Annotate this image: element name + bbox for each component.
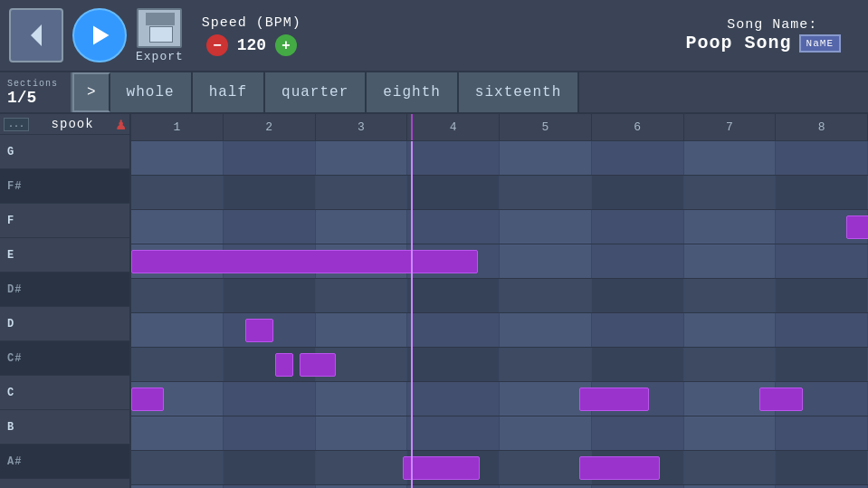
speed-increase-button[interactable]: + bbox=[275, 34, 297, 56]
grid-cell-Asharp-7[interactable] bbox=[684, 451, 777, 484]
grid-cell-G-5[interactable] bbox=[500, 141, 592, 175]
grid-cell-D-7[interactable] bbox=[684, 313, 777, 347]
piano-key-F[interactable]: F bbox=[0, 204, 129, 238]
grid-cell-Fsharp-7[interactable] bbox=[684, 176, 777, 209]
grid-cell-D-8[interactable] bbox=[776, 313, 868, 347]
grid-cell-Dsharp-6[interactable] bbox=[592, 279, 684, 312]
grid-cell-Fsharp-6[interactable] bbox=[592, 176, 684, 209]
piano-key-Csharp[interactable]: C# bbox=[0, 341, 129, 376]
grid-cell-G-2[interactable] bbox=[224, 141, 316, 175]
grid-cell-Fsharp-4[interactable] bbox=[407, 176, 500, 209]
grid-cell-G-7[interactable] bbox=[684, 141, 777, 175]
grid-cell-Fsharp-8[interactable] bbox=[776, 176, 868, 209]
grid-cell-Dsharp-5[interactable] bbox=[500, 279, 592, 312]
section-arrow-button[interactable]: > bbox=[72, 72, 110, 112]
export-button[interactable]: Export bbox=[136, 8, 184, 63]
grid-cell-G-4[interactable] bbox=[407, 141, 500, 175]
note-quarter-button[interactable]: quarter bbox=[265, 72, 367, 112]
grid-cell-Csharp-8[interactable] bbox=[776, 348, 868, 381]
speed-decrease-button[interactable]: − bbox=[206, 34, 228, 56]
grid-row-Asharp[interactable] bbox=[131, 451, 868, 485]
piano-key-A[interactable]: A bbox=[0, 479, 129, 488]
grid-row-Fsharp[interactable] bbox=[131, 176, 868, 210]
grid-cell-Asharp-1[interactable] bbox=[131, 451, 224, 484]
grid-cell-Csharp-6[interactable] bbox=[592, 348, 684, 381]
grid-cell-C-2[interactable] bbox=[224, 382, 316, 416]
note-half-button[interactable]: half bbox=[193, 72, 265, 112]
grid-cell-Csharp-4[interactable] bbox=[407, 348, 500, 381]
grid-cell-Csharp-5[interactable] bbox=[500, 348, 592, 381]
grid-cell-F-5[interactable] bbox=[500, 210, 592, 244]
grid-row-F[interactable] bbox=[131, 210, 868, 244]
grid-cell-C-4[interactable] bbox=[407, 382, 500, 416]
grid-cell-B-6[interactable] bbox=[592, 416, 684, 450]
note-whole-button[interactable]: whole bbox=[110, 72, 193, 112]
grid-cell-F-6[interactable] bbox=[592, 210, 684, 244]
grid-rows[interactable] bbox=[131, 141, 868, 488]
grid-cell-E-6[interactable] bbox=[592, 244, 684, 278]
grid-cell-Dsharp-4[interactable] bbox=[407, 279, 500, 312]
grid-cell-B-3[interactable] bbox=[316, 416, 408, 450]
grid-cell-B-7[interactable] bbox=[684, 416, 777, 450]
back-button[interactable] bbox=[9, 8, 63, 62]
grid-cell-G-8[interactable] bbox=[776, 141, 868, 175]
grid-cell-F-2[interactable] bbox=[224, 210, 316, 244]
grid-cell-Asharp-3[interactable] bbox=[316, 451, 408, 484]
grid-cell-B-4[interactable] bbox=[407, 416, 500, 450]
grid-cell-D-6[interactable] bbox=[592, 313, 684, 347]
grid-row-Dsharp[interactable] bbox=[131, 279, 868, 313]
note-block-0[interactable] bbox=[131, 250, 478, 273]
grid-cell-B-5[interactable] bbox=[500, 416, 592, 450]
grid-cell-Fsharp-5[interactable] bbox=[500, 176, 592, 209]
rename-button[interactable]: NaME bbox=[799, 34, 841, 53]
grid-cell-F-3[interactable] bbox=[316, 210, 408, 244]
piano-key-C[interactable]: C bbox=[0, 376, 129, 410]
piano-key-B[interactable]: B bbox=[0, 410, 129, 445]
note-block-7[interactable] bbox=[759, 388, 804, 411]
grid-cell-Dsharp-2[interactable] bbox=[224, 279, 316, 312]
grid-cell-Fsharp-2[interactable] bbox=[224, 176, 316, 209]
grid-cell-Dsharp-3[interactable] bbox=[316, 279, 408, 312]
grid-cell-C-5[interactable] bbox=[500, 382, 592, 416]
note-sixteenth-button[interactable]: sixteenth bbox=[459, 72, 579, 112]
note-block-2[interactable] bbox=[245, 319, 273, 342]
grid-cell-F-7[interactable] bbox=[684, 210, 777, 244]
grid-cell-E-8[interactable] bbox=[776, 244, 868, 278]
note-block-5[interactable] bbox=[131, 388, 164, 411]
piano-key-Fsharp[interactable]: F# bbox=[0, 169, 129, 204]
piano-key-D[interactable]: D bbox=[0, 307, 129, 341]
grid-cell-D-4[interactable] bbox=[407, 313, 500, 347]
grid-cell-E-5[interactable] bbox=[500, 244, 592, 278]
grid-cell-E-7[interactable] bbox=[684, 244, 777, 278]
note-block-8[interactable] bbox=[403, 456, 480, 480]
note-block-3[interactable] bbox=[275, 353, 293, 377]
grid-cell-C-3[interactable] bbox=[316, 382, 408, 416]
grid-cell-B-1[interactable] bbox=[131, 416, 224, 450]
note-block-9[interactable] bbox=[579, 456, 661, 480]
grid-row-B[interactable] bbox=[131, 416, 868, 451]
grid-cell-F-1[interactable] bbox=[131, 210, 224, 244]
grid-row-C[interactable] bbox=[131, 382, 868, 416]
grid-cell-Asharp-8[interactable] bbox=[776, 451, 868, 484]
note-block-1[interactable] bbox=[846, 215, 868, 239]
grid-cell-Asharp-2[interactable] bbox=[224, 451, 316, 484]
grid-cell-Dsharp-7[interactable] bbox=[684, 279, 777, 312]
note-block-4[interactable] bbox=[300, 353, 337, 377]
grid-cell-Dsharp-8[interactable] bbox=[776, 279, 868, 312]
note-eighth-button[interactable]: eighth bbox=[367, 72, 459, 112]
grid-cell-G-3[interactable] bbox=[316, 141, 408, 175]
piano-key-E[interactable]: E bbox=[0, 238, 129, 273]
grid-cell-D-5[interactable] bbox=[500, 313, 592, 347]
grid-cell-F-4[interactable] bbox=[407, 210, 500, 244]
grid-cell-Csharp-1[interactable] bbox=[131, 348, 224, 381]
piano-key-Asharp[interactable]: A# bbox=[0, 445, 129, 479]
grid-cell-B-8[interactable] bbox=[776, 416, 868, 450]
grid-cell-D-1[interactable] bbox=[131, 313, 224, 347]
grid-cell-G-1[interactable] bbox=[131, 141, 224, 175]
grid-cell-G-6[interactable] bbox=[592, 141, 684, 175]
piano-key-G[interactable]: G bbox=[0, 135, 129, 169]
grid-cell-Fsharp-3[interactable] bbox=[316, 176, 408, 209]
grid-cell-Csharp-7[interactable] bbox=[684, 348, 777, 381]
note-block-6[interactable] bbox=[579, 388, 649, 411]
grid-cell-D-3[interactable] bbox=[316, 313, 408, 347]
